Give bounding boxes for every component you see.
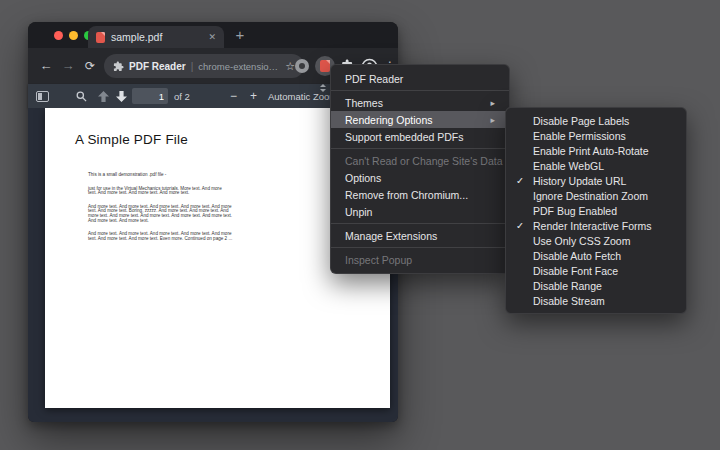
submenu-item-enable-webgl[interactable]: Enable WebGL <box>506 158 686 173</box>
submenu-item-disable-page-labels[interactable]: Disable Page Labels <box>506 113 686 128</box>
menu-separator <box>331 223 509 224</box>
submenu-item-use-only-css-zoom[interactable]: Use Only CSS Zoom <box>506 233 686 248</box>
submenu-item-enable-permissions[interactable]: Enable Permissions <box>506 128 686 143</box>
tab-sample-pdf[interactable]: sample.pdf ✕ <box>88 26 224 48</box>
submenu-item-disable-auto-fetch[interactable]: Disable Auto Fetch <box>506 248 686 263</box>
submenu-item-history-update-url[interactable]: ✓ History Update URL <box>506 173 686 188</box>
menu-separator <box>331 90 509 91</box>
zoom-out-icon[interactable]: − <box>230 84 237 108</box>
tab-strip: sample.pdf ✕ + <box>28 22 398 48</box>
bookmark-star-icon[interactable]: ☆ <box>285 60 295 73</box>
menu-item-site-data: Can't Read or Change Site's Data <box>331 152 509 169</box>
menu-item-remove-from-chromium[interactable]: Remove from Chromium... <box>331 186 509 203</box>
submenu-item-ignore-destination-zoom[interactable]: Ignore Destination Zoom <box>506 188 686 203</box>
extension-context-menu: PDF Reader Themes ▸ Rendering Options ▸ … <box>330 64 510 274</box>
zoom-in-icon[interactable]: + <box>250 84 257 108</box>
menu-item-manage-extensions[interactable]: Manage Extensions <box>331 227 509 244</box>
desktop: { "browser": { "traffic": { "close": "#f… <box>0 0 720 450</box>
omnibox-divider: | <box>191 61 194 72</box>
pdf-document-body: This is a small demonstration .pdf file … <box>88 173 318 241</box>
checkmark-icon: ✓ <box>516 175 524 186</box>
page-number-input[interactable] <box>132 88 168 104</box>
zoom-select-caret-icon[interactable] <box>320 84 326 108</box>
submenu-arrow-icon: ▸ <box>490 98 495 108</box>
next-page-icon[interactable] <box>116 84 127 108</box>
menu-item-support-embedded-pdfs[interactable]: Support embedded PDFs <box>331 128 509 145</box>
menu-item-options[interactable]: Options <box>331 169 509 186</box>
sidebar-toggle-icon[interactable] <box>36 84 49 108</box>
rendering-options-submenu: Disable Page Labels Enable Permissions E… <box>505 107 687 314</box>
tab-close-icon[interactable]: ✕ <box>208 33 216 42</box>
menu-separator <box>331 247 509 248</box>
pdf-file-icon <box>96 32 105 43</box>
search-icon[interactable] <box>76 84 87 108</box>
pdf-paragraph: And more text. And more text. And more t… <box>88 232 318 241</box>
url-text[interactable]: chrome-extension://hhigapllp... <box>198 61 280 72</box>
menu-item-inspect-popup: Inspect Popup <box>331 251 509 268</box>
menu-item-rendering-options[interactable]: Rendering Options ▸ <box>331 111 509 128</box>
submenu-item-disable-range[interactable]: Disable Range <box>506 278 686 293</box>
back-icon[interactable]: ← <box>38 58 54 74</box>
submenu-item-pdf-bug-enabled[interactable]: PDF Bug Enabled <box>506 203 686 218</box>
pdf-paragraph: This is a small demonstration .pdf file … <box>88 173 318 178</box>
tab-title: sample.pdf <box>111 31 202 43</box>
menu-item-unpin[interactable]: Unpin <box>331 203 509 220</box>
pdf-paragraph: And more text. And more text. And more t… <box>88 205 318 223</box>
menu-separator <box>331 148 509 149</box>
extension-name-chip: PDF Reader <box>129 61 186 72</box>
submenu-item-disable-font-face[interactable]: Disable Font Face <box>506 263 686 278</box>
submenu-item-render-interactive-forms[interactable]: ✓ Render Interactive Forms <box>506 218 686 233</box>
zoom-select[interactable]: Automatic Zoom <box>268 84 337 108</box>
address-bar[interactable]: PDF Reader | chrome-extension://hhigapll… <box>104 54 304 78</box>
minimize-window-button[interactable] <box>69 31 78 40</box>
page-count-label: of 2 <box>174 84 190 108</box>
pdf-paragraph: just for use in the Virtual Mechanics tu… <box>88 187 318 196</box>
submenu-item-disable-stream[interactable]: Disable Stream <box>506 293 686 308</box>
submenu-arrow-icon: ▸ <box>490 115 495 125</box>
menu-item-pdf-reader: PDF Reader <box>331 70 509 87</box>
reload-icon[interactable]: ⟳ <box>82 58 98 74</box>
forward-icon[interactable]: → <box>60 58 76 74</box>
new-tab-button[interactable]: + <box>232 27 248 42</box>
checkmark-icon: ✓ <box>516 220 524 231</box>
menu-item-themes[interactable]: Themes ▸ <box>331 94 509 111</box>
previous-page-icon[interactable] <box>98 84 109 108</box>
pdf-reader-extension-icon <box>320 60 330 72</box>
close-window-button[interactable] <box>54 31 63 40</box>
extension-puzzle-icon <box>113 61 124 72</box>
extension-icon-generic[interactable] <box>295 59 309 73</box>
submenu-item-enable-print-auto-rotate[interactable]: Enable Print Auto-Rotate <box>506 143 686 158</box>
